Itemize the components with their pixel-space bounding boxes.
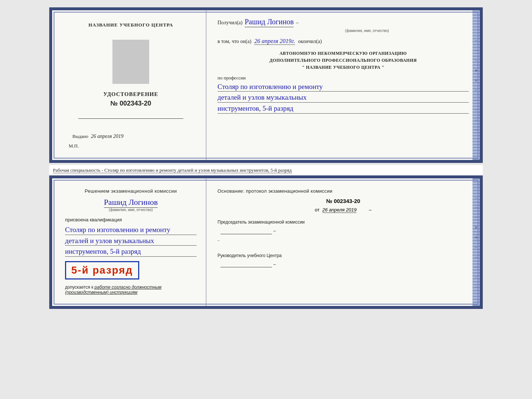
от-line: от 26 апреля 2019 –	[218, 207, 469, 213]
strip-char-3: –	[475, 58, 477, 62]
lstrip-char-arrow: ←	[474, 245, 478, 249]
right-strip-lower: – – – и а ← – – – –	[472, 178, 480, 306]
received-label: Получил(а)	[218, 20, 242, 26]
right-strip-upper: – – – и а ← – – – –	[472, 10, 480, 160]
upper-left-panel: НАЗВАНИЕ УЧЕБНОГО ЦЕНТРА УДОСТОВЕРЕНИЕ №…	[52, 10, 206, 160]
lstrip-char-3: –	[475, 215, 477, 219]
director-sig-line	[220, 261, 272, 267]
commission-heading-text: Решением экзаменационной комиссии	[85, 188, 177, 194]
допускается-block: допускается к работе согласно должностны…	[65, 285, 197, 295]
profession-label: по профессии	[218, 75, 469, 81]
lstrip-char-7: –	[475, 285, 477, 289]
lstrip-char-и: и	[475, 225, 477, 229]
upper-card: НАЗВАНИЕ УЧЕБНОГО ЦЕНТРА УДОСТОВЕРЕНИЕ №…	[49, 7, 483, 163]
qual-line2: деталей и узлов музыкальных	[65, 236, 197, 246]
document-container: НАЗВАНИЕ УЧЕБНОГО ЦЕНТРА УДОСТОВЕРЕНИЕ №…	[49, 7, 483, 311]
profession-line3: инструментов, 5-й разряд	[218, 104, 469, 114]
lower-right-panel: Основание: протокол экзаменационной коми…	[206, 178, 480, 306]
institution-line1: АВТОНОМНУЮ НЕКОММЕРЧЕСКУЮ ОРГАНИЗАЦИЮ	[218, 50, 469, 57]
completion-date: 26 апреля 2019г.	[254, 38, 295, 45]
mp-line: М.П.	[69, 143, 79, 149]
lower-left-panel: Решением экзаменационной комиссии Рашид …	[52, 178, 206, 306]
strip-char-1: –	[475, 38, 477, 42]
issued-line: Выдано 26 апреля 2019	[72, 133, 123, 139]
cert-number-prefix: №	[110, 100, 118, 107]
допускается-label: допускается к	[65, 285, 93, 290]
chairman-sig-line	[220, 228, 272, 234]
cert-number: № 002343-20	[110, 100, 151, 107]
lower-card: Решением экзаменационной комиссии Рашид …	[49, 175, 483, 309]
lstrip-char-4: –	[475, 255, 477, 259]
qual-line1: Столяр по изготовлению и ремонту	[65, 225, 197, 235]
lstrip-char-6: –	[475, 275, 477, 279]
issued-date: 26 апреля 2019	[91, 133, 123, 139]
lstrip-char-5: –	[475, 265, 477, 269]
recipient-line: Получил(а) Рашид Логинов –	[218, 18, 469, 27]
в-том-label: в том, что он(а)	[218, 39, 251, 44]
strip-char-arrow: ←	[474, 88, 478, 92]
cert-photo-placeholder	[112, 40, 149, 84]
fio-sub-lower: (фамилия, имя, отчество)	[109, 208, 153, 212]
lstrip-char-2: –	[475, 205, 477, 209]
strip-char-4: –	[475, 98, 477, 102]
lstrip-char-1: –	[475, 195, 477, 199]
recipient-name-upper: Рашид Логинов	[245, 18, 294, 27]
basis-label: Основание: протокол экзаменационной коми…	[218, 188, 332, 194]
institution-line2: ДОПОЛНИТЕЛЬНОГО ПРОФЕССИОНАЛЬНОГО ОБРАЗО…	[218, 57, 469, 64]
cert-title: УДОСТОВЕРЕНИЕ	[103, 91, 158, 97]
от-label: от	[315, 207, 320, 213]
strip-char-а: а	[475, 78, 477, 82]
strip-char-7: –	[475, 128, 477, 132]
commission-heading: Решением экзаменационной комиссии	[85, 188, 177, 195]
strip-char-и: и	[475, 68, 477, 72]
institution-block: АВТОНОМНУЮ НЕКОММЕРЧЕСКУЮ ОРГАНИЗАЦИЮ ДО…	[218, 50, 469, 71]
profession-line2: деталей и узлов музыкальных	[218, 93, 469, 103]
qualification-block: присвоена квалификация Столяр по изготов…	[65, 217, 197, 295]
strip-char-5: –	[475, 108, 477, 112]
strip-char-6: –	[475, 118, 477, 122]
protocol-number: № 002343-20	[218, 198, 469, 204]
qualification-label: присвоена квалификация	[65, 217, 197, 222]
rank-badge: 5-й разряд	[65, 261, 139, 279]
director-block: Руководитель учебного Центра –	[218, 252, 469, 268]
upper-right-panel: Получил(а) Рашид Логинов – (фамилия, имя…	[206, 10, 480, 160]
chairman-label: Председатель экзаменационной комиссии	[218, 218, 469, 227]
institution-line3: " НАЗВАНИЕ УЧЕБНОГО ЦЕНТРА "	[218, 64, 469, 71]
specialty-banner: Рабочая специальность - Столяр по изгото…	[49, 165, 483, 175]
cert-number-value: 002343-20	[120, 100, 151, 107]
basis-block: Основание: протокол экзаменационной коми…	[218, 188, 469, 195]
profession-line1: Столяр по изготовлению и ремонту	[218, 82, 469, 92]
director-label: Руководитель учебного Центра	[218, 252, 469, 260]
strip-char-2: –	[475, 48, 477, 52]
completed-label: окончил(а)	[298, 39, 322, 44]
qual-line3: инструментов, 5-й разряд	[65, 247, 197, 257]
specialty-text: Рабочая специальность - Столяр по изгото…	[53, 167, 292, 173]
lstrip-char-а: а	[475, 235, 477, 239]
от-date: 26 апреля 2019	[322, 207, 356, 213]
issued-label: Выдано	[72, 133, 88, 139]
recipient-name-lower: Рашид Логинов	[104, 197, 158, 208]
fio-sub-upper: (фамилия, имя, отчество)	[265, 29, 469, 33]
completion-line: в том, что он(а) 26 апреля 2019г. окончи…	[218, 38, 469, 45]
chairman-block: Председатель экзаменационной комиссии – …	[218, 218, 469, 245]
upper-institution-name: НАЗВАНИЕ УЧЕБНОГО ЦЕНТРА	[89, 21, 173, 29]
